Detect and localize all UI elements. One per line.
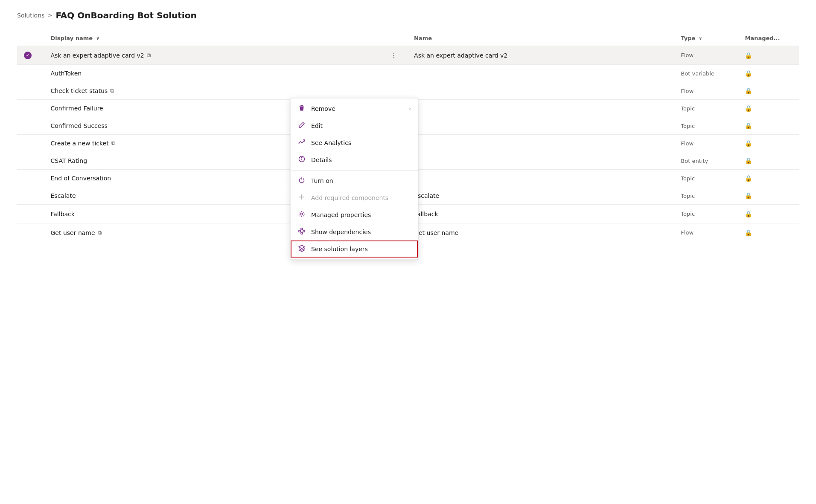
row-checkbox[interactable]: [17, 205, 44, 223]
row-checkbox[interactable]: [17, 65, 44, 82]
managed-cell: 🔒: [738, 187, 799, 205]
row-checkbox[interactable]: [17, 100, 44, 117]
svg-marker-16: [299, 245, 305, 249]
menu-item-label-show_dependencies: Show dependencies: [311, 229, 411, 235]
external-link-icon[interactable]: ⧉: [111, 140, 115, 147]
menu-analytics-icon: [297, 139, 306, 147]
managed-cell: 🔒: [738, 46, 799, 65]
lock-icon: 🔒: [745, 229, 752, 236]
lock-icon: 🔒: [745, 52, 752, 59]
menu-item-details[interactable]: Details: [291, 151, 418, 168]
name-column-cell: [407, 65, 674, 82]
display-name-sort-icon: ∨: [96, 36, 99, 41]
row-checkbox[interactable]: [17, 152, 44, 170]
svg-rect-11: [303, 230, 305, 232]
more-options-cell: ⋮: [385, 46, 407, 65]
lock-icon: 🔒: [745, 105, 752, 112]
managed-cell: 🔒: [738, 135, 799, 152]
menu-separator: [291, 170, 418, 171]
menu-item-see_solution_layers[interactable]: See solution layers: [291, 240, 418, 258]
row-checkbox[interactable]: ✓: [17, 46, 44, 65]
lock-icon: 🔒: [745, 192, 752, 199]
row-checkbox[interactable]: [17, 135, 44, 152]
row-checkbox[interactable]: [17, 82, 44, 100]
table-row[interactable]: AuthTokenBot variable🔒: [17, 65, 799, 82]
display-name-text: End of Conversation: [51, 175, 111, 182]
menu-item-add_required: Add required components: [291, 189, 418, 206]
type-cell: Flow: [674, 223, 738, 242]
checkbox-checked-icon: ✓: [24, 52, 32, 59]
menu-item-label-add_required: Add required components: [311, 194, 411, 201]
display-name-text: Fallback: [51, 211, 75, 217]
display-name-text: Create a new ticket: [51, 140, 109, 147]
display-name-cell: AuthToken: [44, 65, 385, 82]
menu-plus-icon: [297, 194, 306, 202]
managed-cell: 🔒: [738, 65, 799, 82]
row-checkbox[interactable]: [17, 187, 44, 205]
row-checkbox[interactable]: [17, 223, 44, 242]
name-column-cell: Fallback: [407, 205, 674, 223]
svg-rect-10: [301, 232, 303, 234]
menu-item-managed_properties[interactable]: Managed properties: [291, 206, 418, 223]
external-link-icon[interactable]: ⧉: [98, 229, 102, 236]
th-type[interactable]: Type ∨: [674, 31, 738, 46]
display-name-text: Check ticket status: [51, 87, 108, 94]
type-cell: Topic: [674, 187, 738, 205]
name-column-cell: Escalate: [407, 187, 674, 205]
name-column-cell: Ask an expert adaptive card v2: [407, 46, 674, 65]
more-options-cell: [385, 82, 407, 100]
svg-rect-9: [301, 228, 303, 230]
th-more: [385, 31, 407, 46]
lock-icon: 🔒: [745, 157, 752, 164]
row-checkbox[interactable]: [17, 117, 44, 135]
lock-icon: 🔒: [745, 211, 752, 217]
breadcrumb-separator: >: [48, 12, 52, 18]
type-sort-icon: ∨: [699, 36, 702, 41]
managed-cell: 🔒: [738, 100, 799, 117]
managed-cell: 🔒: [738, 117, 799, 135]
display-name-cell: Check ticket status⧉: [44, 82, 385, 100]
menu-item-edit[interactable]: Edit: [291, 117, 418, 134]
menu-layers-icon: [297, 245, 306, 253]
lock-icon: 🔒: [745, 122, 752, 129]
menu-trash-icon: [297, 104, 306, 113]
row-checkbox[interactable]: [17, 170, 44, 187]
display-name-text: Get user name: [51, 229, 95, 236]
svg-point-4: [301, 157, 302, 158]
menu-info-icon: [297, 156, 306, 164]
managed-cell: 🔒: [738, 223, 799, 242]
more-options-button[interactable]: ⋮: [387, 49, 405, 61]
svg-rect-8: [299, 230, 300, 232]
breadcrumb-parent[interactable]: Solutions: [17, 12, 44, 19]
type-cell: Flow: [674, 135, 738, 152]
lock-icon: 🔒: [745, 175, 752, 182]
menu-item-label-remove: Remove: [311, 105, 404, 112]
type-cell: Topic: [674, 170, 738, 187]
menu-item-label-see_solution_layers: See solution layers: [311, 246, 411, 252]
context-menu: Remove›EditSee AnalyticsDetailsTurn onAd…: [290, 98, 418, 260]
menu-dependencies-icon: [297, 228, 306, 236]
type-cell: Bot variable: [674, 65, 738, 82]
menu-item-show_dependencies[interactable]: Show dependencies: [291, 223, 418, 240]
type-cell: Bot entity: [674, 152, 738, 170]
managed-cell: 🔒: [738, 205, 799, 223]
menu-item-turn_on[interactable]: Turn on: [291, 172, 418, 189]
managed-cell: 🔒: [738, 152, 799, 170]
th-display-name[interactable]: Display name ∨: [44, 31, 385, 46]
page-container: Solutions > FAQ OnBoarding Bot Solution …: [0, 0, 816, 252]
svg-rect-0: [300, 105, 303, 106]
lock-icon: 🔒: [745, 140, 752, 147]
table-row[interactable]: Check ticket status⧉Flow🔒: [17, 82, 799, 100]
menu-item-label-turn_on: Turn on: [311, 177, 411, 184]
menu-item-see_analytics[interactable]: See Analytics: [291, 134, 418, 151]
external-link-icon[interactable]: ⧉: [110, 87, 114, 94]
menu-item-label-managed_properties: Managed properties: [311, 211, 411, 218]
th-name: Name: [407, 31, 674, 46]
menu-item-remove[interactable]: Remove›: [291, 100, 418, 117]
name-column-cell: [407, 117, 674, 135]
external-link-icon[interactable]: ⧉: [147, 52, 151, 59]
type-cell: Flow: [674, 46, 738, 65]
type-cell: Flow: [674, 82, 738, 100]
table-row[interactable]: ✓Ask an expert adaptive card v2⧉⋮Ask an …: [17, 46, 799, 65]
table-header-row: Display name ∨ Name Type ∨: [17, 31, 799, 46]
